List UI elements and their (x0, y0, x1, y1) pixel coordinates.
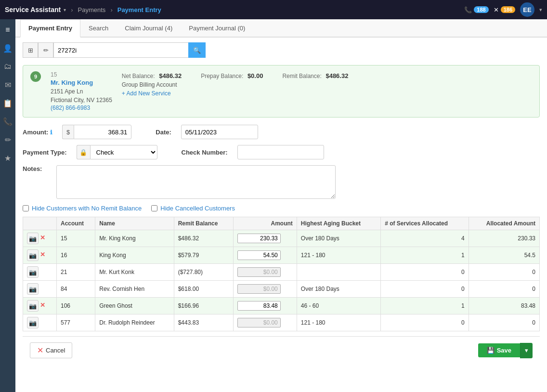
sidebar-icon-edit[interactable]: ✏ (1, 133, 14, 146)
row-allocated-amount: 83.48 (469, 298, 539, 314)
notes-label: Notes: (23, 165, 42, 172)
sidebar-icon-list[interactable]: 📋 (1, 96, 14, 110)
lock-icon: 🔒 (77, 145, 90, 159)
search-button[interactable]: 🔍 (188, 42, 206, 58)
tab-claim-journal[interactable]: Claim Journal (4) (117, 19, 181, 38)
info-icon: ℹ (50, 129, 52, 136)
row-aging-bucket: Over 180 Days (297, 281, 380, 298)
save-label: Save (497, 347, 511, 354)
breadcrumb-payment-entry: Payment Entry (117, 6, 161, 13)
app-chevron[interactable]: ▾ (64, 7, 66, 13)
avatar[interactable]: EE (520, 2, 534, 17)
net-balance: Net Balance: $486.32 (122, 72, 182, 79)
phone-button[interactable]: 📞 188 (464, 6, 488, 13)
sidebar-icon-phone[interactable]: 📞 (1, 115, 14, 128)
row-allocated-amount: 0 (469, 264, 539, 281)
sidebar-icon-file[interactable]: 🗂 (1, 60, 14, 73)
edit-icon-button[interactable]: ✏ (38, 42, 53, 58)
row-services-allocated: 1 (381, 298, 469, 314)
row-services-allocated: 1 (381, 247, 469, 264)
top-nav-right: 📞 188 ✕ 186 EE ▾ (464, 2, 542, 17)
notes-textarea[interactable] (56, 165, 336, 199)
row-amount-cell (233, 230, 297, 247)
camera-icon: 📷 (29, 302, 37, 310)
hide-no-remit-label: Hide Customers with No Remit Balance (32, 205, 142, 212)
th-remit-balance: Remit Balance (174, 217, 233, 230)
search-input[interactable] (53, 42, 188, 58)
grid-icon-button[interactable]: ⊞ (23, 42, 38, 58)
row-name[interactable]: Green Ghost (95, 298, 174, 314)
customer-name[interactable]: Mr. King Kong (51, 79, 112, 86)
row-remove-button[interactable]: ✕ (40, 301, 50, 311)
sidebar-icon-star[interactable]: ★ (1, 151, 14, 165)
sidebar-icon-user[interactable]: 👤 (1, 41, 14, 55)
row-amount-cell (233, 281, 297, 298)
row-image-button[interactable]: 📷 (27, 283, 39, 295)
row-account: 16 (57, 247, 95, 264)
avatar-chevron[interactable]: ▾ (539, 7, 542, 13)
row-name[interactable]: Mr. Kurt Konk (95, 264, 174, 281)
row-account: 84 (57, 281, 95, 298)
grid-icon: ⊞ (28, 47, 33, 54)
breadcrumb-payments[interactable]: Payments (78, 6, 106, 13)
x-icon: ✕ (40, 234, 45, 241)
save-dropdown-button[interactable]: ▾ (520, 343, 533, 358)
row-image-button[interactable]: 📷 (27, 233, 39, 244)
row-image-button[interactable]: 📷 (27, 266, 39, 278)
row-amount-input (237, 318, 281, 327)
customer-address1: 2151 Ape Ln (51, 87, 112, 96)
row-remove-button[interactable]: ✕ (40, 234, 50, 243)
x-button[interactable]: ✕ 186 (494, 6, 515, 13)
th-actions (23, 217, 57, 230)
camera-icon: 📷 (29, 252, 37, 259)
hide-cancelled-checkbox[interactable] (151, 205, 157, 211)
row-name[interactable]: Dr. Rudolph Reindeer (95, 314, 174, 331)
save-button[interactable]: 💾 Save (478, 343, 520, 357)
row-name[interactable]: King Kong (95, 247, 174, 264)
row-image-button[interactable]: 📷 (27, 300, 39, 312)
payment-type-select[interactable]: Check Cash Credit Card ACH (90, 145, 157, 159)
camera-icon: 📷 (29, 319, 37, 327)
sidebar: ≡ 👤 🗂 ✉ 📋 📞 ✏ ★ (0, 19, 15, 392)
sidebar-icon-mail[interactable]: ✉ (1, 78, 14, 91)
row-amount-input[interactable] (237, 234, 281, 243)
form-row-notes: Notes: (23, 165, 540, 199)
th-allocated-amount: Allocated Amount (469, 217, 539, 230)
check-number-input[interactable] (237, 145, 324, 159)
top-nav: Service Assistant ▾ › Payments › Payment… (0, 0, 547, 19)
tab-payment-entry[interactable]: Payment Entry (20, 19, 80, 38)
filter-row: Hide Customers with No Remit Balance Hid… (23, 205, 540, 212)
customer-phone[interactable]: (682) 866-6983 (51, 105, 112, 111)
hide-cancelled-label: Hide Cancelled Customers (160, 205, 235, 212)
tab-search[interactable]: Search (80, 19, 117, 38)
tab-payment-journal[interactable]: Payment Journal (0) (181, 19, 253, 38)
row-account: 577 (57, 314, 95, 331)
row-remove-button[interactable]: ✕ (40, 250, 50, 260)
phone-badge: 188 (474, 6, 488, 13)
add-service-link[interactable]: + Add New Service (122, 90, 182, 97)
row-amount-input[interactable] (237, 301, 281, 311)
row-image-button[interactable]: 📷 (27, 249, 39, 261)
select-group: 🔒 Check Cash Credit Card ACH (77, 145, 157, 159)
cancel-button[interactable]: ✕ Cancel (30, 342, 72, 358)
search-icon: 🔍 (193, 47, 201, 54)
sidebar-icon-menu[interactable]: ≡ (1, 23, 14, 37)
row-remit-balance: ($727.80) (174, 264, 233, 281)
row-image-button[interactable]: 📷 (27, 317, 39, 328)
row-name[interactable]: Rev. Cornish Hen (95, 281, 174, 298)
account-id: 15 (51, 71, 112, 78)
amount-label: Amount: ℹ (23, 129, 52, 136)
row-allocated-amount: 0 (469, 281, 539, 298)
chevron-down-icon: ▾ (525, 347, 528, 354)
row-amount-input[interactable] (237, 250, 281, 260)
amount-group: $ (62, 125, 131, 139)
hide-no-remit-checkbox[interactable] (23, 205, 29, 211)
row-name[interactable]: Mr. King Kong (95, 230, 174, 247)
x-icon: ✕ (40, 301, 45, 309)
close-icon: ✕ (494, 6, 499, 13)
amount-input[interactable] (74, 125, 131, 139)
customer-card: 9 15 Mr. King Kong 2151 Ape Ln Fictional… (23, 65, 540, 118)
date-input[interactable] (181, 125, 258, 139)
row-remit-balance: $486.32 (174, 230, 233, 247)
row-amount-cell (233, 247, 297, 264)
